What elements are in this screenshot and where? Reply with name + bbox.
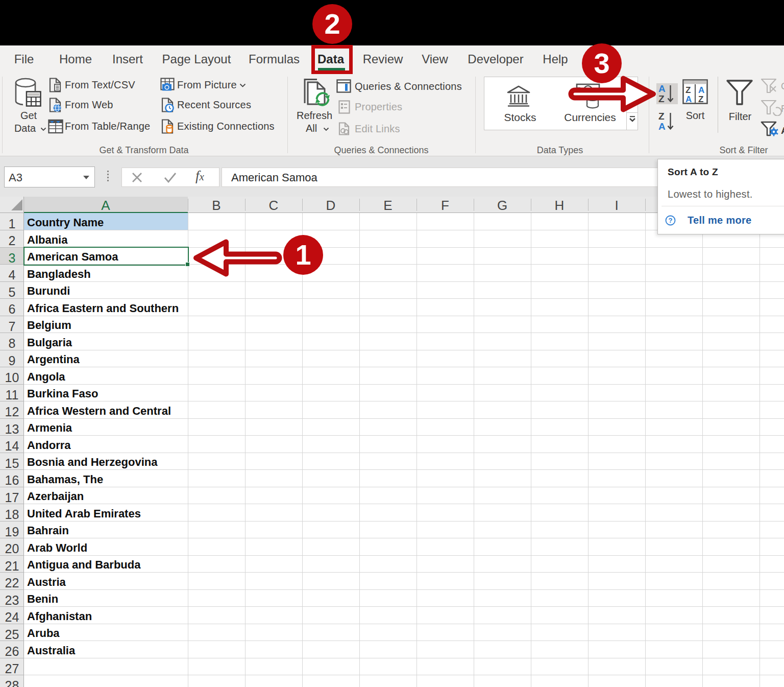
- svg-text:1: 1: [295, 239, 311, 271]
- svg-text:3: 3: [594, 47, 609, 79]
- svg-text:2: 2: [324, 8, 340, 40]
